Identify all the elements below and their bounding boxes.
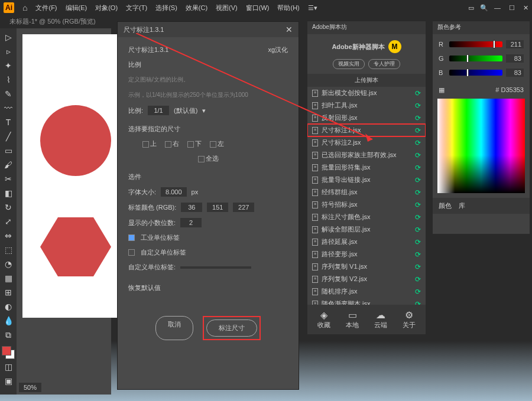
script-row[interactable]: ≡经纬群组.jsx⟳	[307, 186, 426, 198]
ratio-default-button[interactable]: (默认值)	[174, 106, 197, 115]
scripts-panel-title[interactable]: Adobe脚本坊	[307, 21, 426, 34]
line-tool-icon[interactable]: ╱	[1, 130, 15, 143]
download-icon[interactable]: ⟳	[415, 275, 421, 283]
script-row[interactable]: ≡路径延展.jsx⟳	[307, 236, 426, 248]
perspective-tool-icon[interactable]: ▦	[1, 272, 15, 285]
pill-support[interactable]: 专人护理	[368, 59, 400, 69]
script-row[interactable]: ≡随机排序.jsx⟳	[307, 285, 426, 298]
foot-local[interactable]: ▭本地	[346, 309, 359, 330]
checkbox-down[interactable]: 下	[187, 139, 202, 148]
foot-cloud[interactable]: ☁云端	[374, 309, 387, 330]
download-icon[interactable]: ⟳	[415, 176, 421, 184]
color-panel-title[interactable]: 颜色参考	[433, 21, 530, 34]
selection-tool-icon[interactable]: ▷	[1, 31, 15, 44]
color-g-input[interactable]: 151	[207, 203, 228, 212]
rotate-tool-icon[interactable]: ↻	[1, 201, 15, 214]
screen-mode-icon[interactable]: ▣	[1, 374, 15, 387]
type-tool-icon[interactable]: T	[1, 116, 15, 129]
download-icon[interactable]: ⟳	[415, 250, 421, 259]
red-circle-shape[interactable]	[40, 105, 111, 176]
shaper-tool-icon[interactable]: ✂	[1, 172, 15, 185]
script-row[interactable]: ≡批量回形符集.jsx⟳	[307, 161, 426, 174]
red-hexagon-shape[interactable]	[40, 217, 111, 276]
download-icon[interactable]: ⟳	[415, 263, 421, 271]
script-row[interactable]: ≡序列复制 V1.jsx⟳	[307, 260, 426, 273]
dialog-close-icon[interactable]: ✕	[286, 25, 293, 34]
checkbox-left[interactable]: 左	[210, 139, 224, 148]
checkbox-select-all[interactable]: 全选	[198, 155, 219, 162]
download-icon[interactable]: ⟳	[415, 102, 421, 110]
annotate-button[interactable]: 标注尺寸	[206, 320, 257, 337]
download-icon[interactable]: ⟳	[415, 151, 421, 159]
r-slider[interactable]	[449, 41, 502, 47]
menu-window[interactable]: 窗口(W)	[246, 4, 270, 12]
dialog-titlebar[interactable]: 尺寸标注1.3.1 ✕	[118, 22, 299, 37]
script-row[interactable]: ≡批量导出链接.jsx⟳	[307, 174, 426, 186]
g-value[interactable]: 83	[506, 54, 524, 63]
eraser-tool-icon[interactable]: ◧	[1, 187, 15, 200]
color-b-input[interactable]: 227	[233, 203, 254, 212]
download-icon[interactable]: ⟳	[415, 288, 421, 296]
canvas[interactable]: 50%	[17, 28, 111, 395]
mesh-tool-icon[interactable]: ⊞	[1, 286, 15, 299]
menu-type[interactable]: 文字(T)	[126, 4, 147, 12]
foreground-swatch[interactable]	[2, 346, 11, 356]
pill-video[interactable]: 视频实用	[333, 59, 365, 69]
b-slider[interactable]	[449, 70, 502, 76]
download-icon[interactable]: ⟳	[415, 89, 421, 97]
script-row[interactable]: ≡新出模文创按钮.jsx⟳	[307, 87, 426, 99]
scale-tool-icon[interactable]: ⤢	[1, 215, 15, 228]
checkbox-industrial-label[interactable]: 工业单位标签	[128, 233, 288, 242]
brightness-icon[interactable]: ☰▾	[308, 4, 317, 12]
g-slider[interactable]	[449, 56, 502, 61]
zoom-level[interactable]: 50%	[19, 383, 41, 392]
menu-effect[interactable]: 效果(C)	[186, 4, 207, 12]
close-icon[interactable]: ✕	[523, 4, 528, 12]
decimals-input[interactable]: 2	[180, 218, 202, 227]
download-icon[interactable]: ⟳	[415, 226, 421, 234]
menu-edit[interactable]: 编辑(E)	[66, 4, 87, 12]
script-row[interactable]: ≡已选回形家族主部有效.jsx⟳	[307, 149, 426, 161]
download-icon[interactable]: ⟳	[415, 126, 421, 135]
menu-help[interactable]: 帮助(H)	[277, 4, 299, 12]
checkbox-right[interactable]: 右	[165, 139, 179, 148]
download-icon[interactable]: ⟳	[415, 213, 421, 221]
download-icon[interactable]: ⟳	[415, 188, 421, 197]
gradient-tool-icon[interactable]: ◐	[1, 300, 15, 313]
hex-input[interactable]: # D35353	[495, 86, 524, 94]
script-row[interactable]: ≡路径变形.jsx⟳	[307, 248, 426, 260]
script-row[interactable]: ≡反射回形.jsx⟳	[307, 112, 426, 124]
color-r-input[interactable]: 36	[181, 203, 202, 212]
wand-tool-icon[interactable]: ✦	[1, 59, 15, 72]
direct-select-tool-icon[interactable]: ▹	[1, 45, 15, 58]
script-row[interactable]: ≡尺寸标注2.jsx⟳	[307, 136, 426, 149]
brush-tool-icon[interactable]: 🖌	[1, 158, 15, 171]
pen-tool-icon[interactable]: ✎	[1, 87, 15, 100]
script-row[interactable]: ≡标注尺寸颜色.jsx⟳	[307, 211, 426, 223]
script-row[interactable]: ≡尺寸标注1.jsx⟳	[307, 124, 426, 136]
eyedropper-tool-icon[interactable]: 💧	[1, 314, 15, 327]
dropdown-icon[interactable]: ▾	[202, 107, 206, 115]
download-icon[interactable]: ⟳	[415, 139, 421, 147]
free-transform-icon[interactable]: ⬚	[1, 243, 15, 256]
upload-script-button[interactable]: 上传脚本	[307, 74, 426, 87]
script-row[interactable]: ≡序列复制 V2.jsx⟳	[307, 273, 426, 285]
menu-select[interactable]: 选择(S)	[155, 4, 177, 12]
minimize-icon[interactable]: —	[494, 4, 501, 12]
menu-file[interactable]: 文件(F)	[35, 4, 57, 12]
download-icon[interactable]: ⟳	[415, 238, 421, 246]
ratio-input[interactable]: 1/1	[148, 106, 169, 115]
search-icon[interactable]: 🔍	[480, 4, 488, 12]
r-value[interactable]: 211	[506, 40, 524, 48]
download-icon[interactable]: ⟳	[415, 114, 421, 122]
draw-mode-icon[interactable]: ◫	[1, 360, 15, 373]
foot-favorite[interactable]: ◈收藏	[317, 309, 330, 330]
foot-about[interactable]: ⚙关于	[403, 309, 416, 330]
menu-view[interactable]: 视图(V)	[216, 4, 238, 12]
script-row[interactable]: ≡扫叶工具.jsx⟳	[307, 99, 426, 112]
tab-library[interactable]: 库	[459, 201, 465, 210]
width-tool-icon[interactable]: ⇔	[1, 229, 15, 242]
script-row[interactable]: ≡解读全部图层.jsx⟳	[307, 223, 426, 236]
home-icon[interactable]: ⌂	[22, 3, 27, 12]
shape-builder-icon[interactable]: ◔	[1, 257, 15, 270]
